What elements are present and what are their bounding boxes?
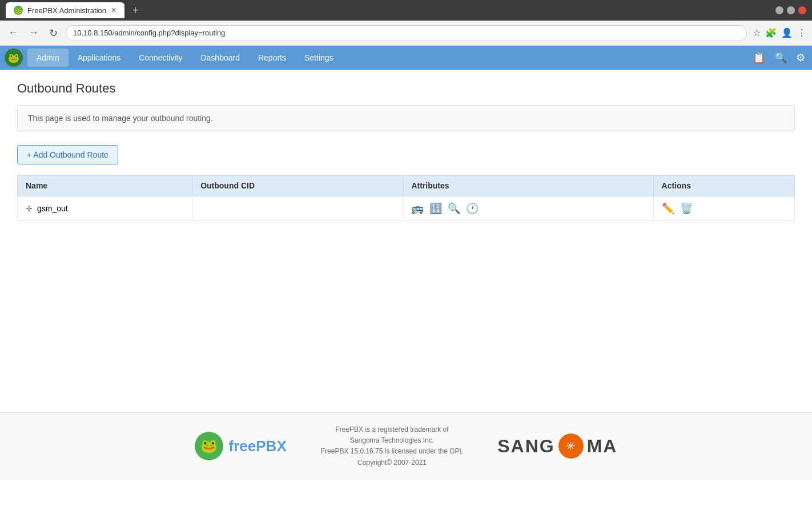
nav-item-settings[interactable]: Settings [295, 49, 343, 67]
profile-icon[interactable]: 👤 [781, 27, 793, 38]
route-attributes-cell: 🚌 🔢 🔍 🕐 [403, 196, 653, 221]
sangoma-star-icon: ✳ [558, 433, 584, 459]
route-name-label: gsm_out [37, 204, 68, 213]
tab-title: FreePBX Administration [27, 6, 106, 15]
nav-item-admin[interactable]: Admin [27, 49, 69, 67]
address-input[interactable] [66, 25, 747, 41]
minimize-button[interactable] [775, 6, 783, 14]
route-actions-cell: ✏️ 🗑️ [653, 196, 794, 221]
navbar: 🐸 Admin Applications Connectivity Dashbo… [0, 46, 812, 70]
page-content: Outbound Routes This page is used to man… [0, 70, 812, 412]
reload-button[interactable]: ↻ [47, 25, 60, 42]
footer-line4: Copyright© 2007-2021 [321, 457, 464, 468]
footer-line2: Sangoma Technologies Inc. [321, 435, 464, 446]
navbar-right-icons: 📋 🔍 ⚙ [750, 49, 807, 66]
sangoma-logo: SANG ✳ MA [497, 433, 617, 459]
freepbx-logo-icon: 🐸 [5, 49, 23, 67]
freepbx-brand-label: freePBX [229, 437, 287, 455]
nav-item-connectivity[interactable]: Connectivity [130, 49, 191, 67]
col-actions: Actions [653, 175, 794, 196]
close-button[interactable] [798, 6, 806, 14]
footer-line1: FreePBX is a registered trademark of [321, 424, 464, 435]
gear-icon[interactable]: ⚙ [794, 49, 807, 66]
tab-close-button[interactable]: ✕ [111, 6, 116, 14]
tab-favicon: 🐸 [14, 6, 23, 15]
nav-item-applications[interactable]: Applications [69, 49, 130, 67]
footer: 🐸 freePBX FreePBX is a registered tradem… [0, 412, 812, 480]
address-bar: ← → ↻ ☆ 🧩 👤 ⋮ [0, 21, 812, 46]
col-attributes: Attributes [403, 175, 653, 196]
search-attr-icon[interactable]: 🔍 [448, 202, 460, 215]
new-tab-button[interactable]: + [129, 5, 142, 17]
back-button[interactable]: ← [6, 25, 21, 41]
table-row: ✛ gsm_out 🚌 🔢 🔍 🕐 [18, 196, 795, 221]
add-button-label: + Add Outbound Route [27, 150, 108, 159]
freepbx-frog-icon: 🐸 [195, 432, 223, 460]
nav-item-dashboard[interactable]: Dashboard [191, 49, 249, 67]
edit-button[interactable]: ✏️ [662, 202, 674, 215]
info-box: This page is used to manage your outboun… [17, 105, 795, 131]
browser-chrome: 🐸 FreePBX Administration ✕ + [0, 0, 812, 21]
page-title: Outbound Routes [17, 81, 795, 96]
col-name: Name [18, 175, 192, 196]
toolbar-icons: ☆ 🧩 👤 ⋮ [753, 27, 806, 38]
col-cid: Outbound CID [192, 175, 403, 196]
search-icon[interactable]: 🔍 [772, 49, 789, 66]
delete-button[interactable]: 🗑️ [680, 202, 693, 215]
info-text: This page is used to manage your outboun… [28, 114, 213, 123]
notification-icon[interactable]: 📋 [750, 49, 767, 66]
add-outbound-route-button[interactable]: + Add Outbound Route [17, 145, 118, 164]
nav-item-reports[interactable]: Reports [249, 49, 295, 67]
time-icon[interactable]: 🕐 [466, 202, 479, 215]
sangoma-brand-label2: MA [587, 436, 618, 457]
table-header-row: Name Outbound CID Attributes Actions [18, 175, 795, 196]
dialplan-icon[interactable]: 🔢 [429, 202, 442, 215]
route-cid-cell [192, 196, 403, 221]
trunk-icon[interactable]: 🚌 [411, 202, 424, 215]
footer-line3: FreePBX 15.0.16.75 is licensed under the… [321, 446, 464, 457]
menu-icon[interactable]: ⋮ [797, 27, 806, 38]
forward-button[interactable]: → [26, 25, 41, 41]
freepbx-logo: 🐸 freePBX [195, 432, 287, 460]
maximize-button[interactable] [787, 6, 795, 14]
routes-table: Name Outbound CID Attributes Actions ✛ g… [17, 175, 795, 221]
extension-icon[interactable]: 🧩 [765, 27, 777, 38]
window-controls [775, 6, 806, 14]
footer-legal-text: FreePBX is a registered trademark of San… [321, 424, 464, 468]
bookmark-icon[interactable]: ☆ [753, 27, 761, 38]
drag-handle-icon[interactable]: ✛ [26, 204, 33, 213]
sangoma-brand-label: SANG [497, 436, 554, 457]
browser-tab[interactable]: 🐸 FreePBX Administration ✕ [6, 2, 124, 18]
route-name-cell: ✛ gsm_out [18, 196, 192, 221]
